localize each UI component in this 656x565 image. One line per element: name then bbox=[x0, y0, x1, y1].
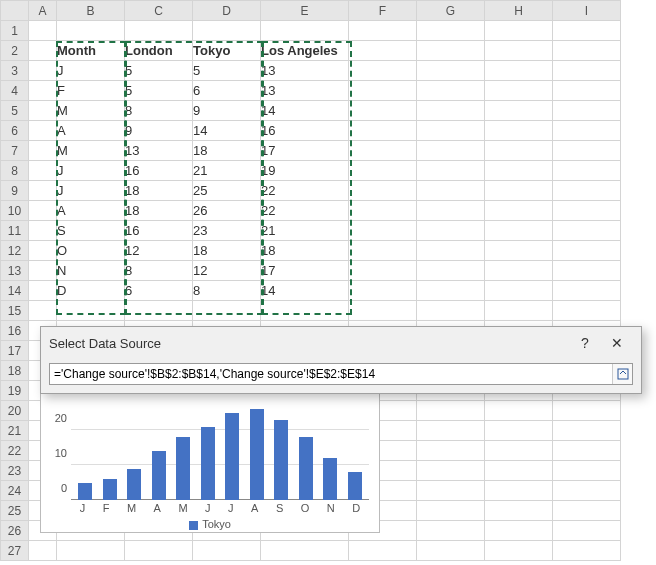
cell[interactable]: 21 bbox=[193, 161, 261, 181]
select-all-corner[interactable] bbox=[1, 1, 29, 21]
chart-bar bbox=[348, 472, 362, 500]
row-header[interactable]: 25 bbox=[1, 501, 29, 521]
col-header[interactable]: F bbox=[349, 1, 417, 21]
row-header[interactable]: 7 bbox=[1, 141, 29, 161]
cell[interactable]: F bbox=[57, 81, 125, 101]
col-header[interactable]: E bbox=[261, 1, 349, 21]
cell[interactable]: 13 bbox=[125, 141, 193, 161]
cell[interactable]: J bbox=[57, 161, 125, 181]
row-header[interactable]: 17 bbox=[1, 341, 29, 361]
cell[interactable]: 18 bbox=[125, 181, 193, 201]
cell[interactable]: Month bbox=[57, 41, 125, 61]
embedded-chart[interactable]: 0 10 20 JFMAMJJASOND Tokyo bbox=[40, 388, 380, 533]
cell[interactable]: A bbox=[57, 201, 125, 221]
cell[interactable]: 9 bbox=[125, 121, 193, 141]
col-header[interactable]: H bbox=[485, 1, 553, 21]
cell[interactable]: Los Angeles bbox=[261, 41, 349, 61]
cell[interactable]: 5 bbox=[125, 81, 193, 101]
select-data-source-dialog[interactable]: Select Data Source ? ✕ bbox=[40, 326, 642, 394]
row-header[interactable]: 5 bbox=[1, 101, 29, 121]
chart-bar bbox=[127, 469, 141, 501]
cell[interactable]: M bbox=[57, 101, 125, 121]
cell[interactable]: 25 bbox=[193, 181, 261, 201]
row-header[interactable]: 22 bbox=[1, 441, 29, 461]
cell[interactable]: J bbox=[57, 61, 125, 81]
col-header[interactable]: B bbox=[57, 1, 125, 21]
row-header[interactable]: 3 bbox=[1, 61, 29, 81]
cell[interactable]: J bbox=[57, 181, 125, 201]
col-header[interactable]: I bbox=[553, 1, 621, 21]
row-header[interactable]: 26 bbox=[1, 521, 29, 541]
cell[interactable]: A bbox=[57, 121, 125, 141]
close-button[interactable]: ✕ bbox=[601, 333, 633, 353]
cell[interactable]: 23 bbox=[193, 221, 261, 241]
cell[interactable]: 14 bbox=[261, 101, 349, 121]
row-header[interactable]: 10 bbox=[1, 201, 29, 221]
row-header[interactable]: 14 bbox=[1, 281, 29, 301]
col-header[interactable]: G bbox=[417, 1, 485, 21]
row-header[interactable]: 11 bbox=[1, 221, 29, 241]
row-header[interactable]: 12 bbox=[1, 241, 29, 261]
cell[interactable]: 21 bbox=[261, 221, 349, 241]
row-header[interactable]: 2 bbox=[1, 41, 29, 61]
cell[interactable]: London bbox=[125, 41, 193, 61]
row-header[interactable]: 19 bbox=[1, 381, 29, 401]
cell[interactable]: 16 bbox=[261, 121, 349, 141]
cell[interactable]: Tokyo bbox=[193, 41, 261, 61]
cell[interactable]: 18 bbox=[193, 141, 261, 161]
cell[interactable]: D bbox=[57, 281, 125, 301]
cell[interactable]: 16 bbox=[125, 221, 193, 241]
cell[interactable]: 13 bbox=[261, 81, 349, 101]
cell[interactable]: 18 bbox=[261, 241, 349, 261]
row-header[interactable]: 8 bbox=[1, 161, 29, 181]
row-header[interactable]: 18 bbox=[1, 361, 29, 381]
cell[interactable]: 5 bbox=[125, 61, 193, 81]
chart-bar bbox=[299, 437, 313, 500]
row-header[interactable]: 4 bbox=[1, 81, 29, 101]
cell[interactable]: 8 bbox=[125, 261, 193, 281]
cell[interactable]: 8 bbox=[193, 281, 261, 301]
col-header[interactable]: A bbox=[29, 1, 57, 21]
col-header[interactable]: D bbox=[193, 1, 261, 21]
cell[interactable]: O bbox=[57, 241, 125, 261]
row-header[interactable]: 6 bbox=[1, 121, 29, 141]
cell[interactable]: 6 bbox=[193, 81, 261, 101]
cell[interactable]: 17 bbox=[261, 141, 349, 161]
row-header[interactable]: 23 bbox=[1, 461, 29, 481]
cell[interactable]: 6 bbox=[125, 281, 193, 301]
row-header[interactable]: 9 bbox=[1, 181, 29, 201]
col-header[interactable]: C bbox=[125, 1, 193, 21]
row-header[interactable]: 27 bbox=[1, 541, 29, 561]
cell[interactable]: 12 bbox=[193, 261, 261, 281]
cell[interactable]: 8 bbox=[125, 101, 193, 121]
cell[interactable]: 22 bbox=[261, 181, 349, 201]
cell[interactable]: 26 bbox=[193, 201, 261, 221]
row-header[interactable]: 20 bbox=[1, 401, 29, 421]
cell[interactable]: 18 bbox=[125, 201, 193, 221]
cell[interactable]: 14 bbox=[193, 121, 261, 141]
cell[interactable]: 19 bbox=[261, 161, 349, 181]
chart-data-range-input[interactable] bbox=[50, 364, 612, 384]
row-header[interactable]: 16 bbox=[1, 321, 29, 341]
cell[interactable]: M bbox=[57, 141, 125, 161]
row-header[interactable]: 24 bbox=[1, 481, 29, 501]
row-header[interactable]: 15 bbox=[1, 301, 29, 321]
collapse-dialog-button[interactable] bbox=[612, 364, 632, 384]
cell[interactable]: 14 bbox=[261, 281, 349, 301]
chart-bar bbox=[103, 479, 117, 500]
help-button[interactable]: ? bbox=[569, 333, 601, 353]
row-header[interactable]: 13 bbox=[1, 261, 29, 281]
row-header[interactable]: 1 bbox=[1, 21, 29, 41]
cell[interactable]: 18 bbox=[193, 241, 261, 261]
cell[interactable]: 5 bbox=[193, 61, 261, 81]
cell[interactable]: 16 bbox=[125, 161, 193, 181]
chart-legend: Tokyo bbox=[41, 518, 379, 530]
cell[interactable]: 22 bbox=[261, 201, 349, 221]
row-header[interactable]: 21 bbox=[1, 421, 29, 441]
cell[interactable]: 13 bbox=[261, 61, 349, 81]
cell[interactable]: N bbox=[57, 261, 125, 281]
cell[interactable]: S bbox=[57, 221, 125, 241]
cell[interactable]: 9 bbox=[193, 101, 261, 121]
cell[interactable]: 17 bbox=[261, 261, 349, 281]
cell[interactable]: 12 bbox=[125, 241, 193, 261]
